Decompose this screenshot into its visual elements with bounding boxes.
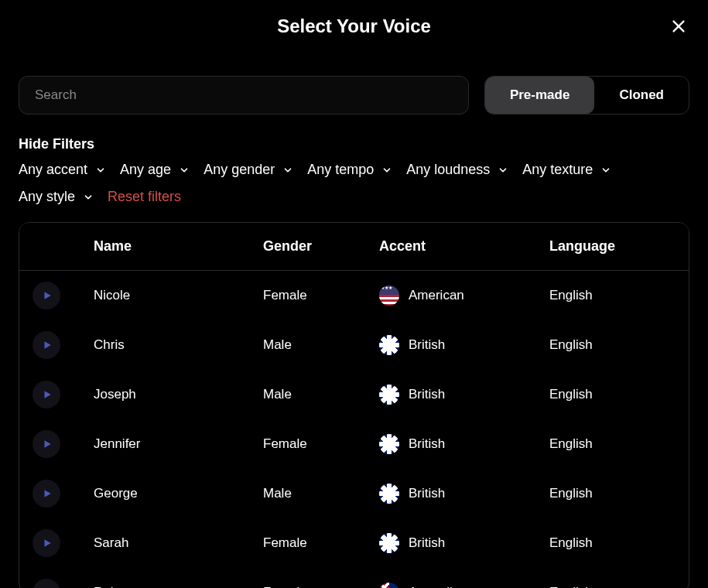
filter-label: Any loudness [406,162,490,178]
filter-dropdown[interactable]: Any gender [204,162,293,178]
voice-accent-cell: Australian [379,583,549,588]
voice-accent-cell: British [379,385,549,405]
voices-table[interactable]: Name Gender Accent Language NicoleFemale… [19,222,689,588]
voice-name: Sarah [74,535,263,551]
tab-cloned[interactable]: Cloned [594,77,689,114]
chevron-down-icon [95,165,106,176]
th-play [19,238,74,255]
voice-language: English [549,288,689,303]
close-button[interactable] [668,15,689,37]
filter-list: Any accentAny ageAny genderAny tempoAny … [19,162,689,205]
voice-accent: British [409,486,445,501]
voice-language: English [549,585,689,588]
chevron-down-icon [600,165,611,176]
modal-header: Select Your Voice [19,15,689,37]
play-icon [42,538,53,549]
play-button[interactable] [32,331,60,359]
play-button[interactable] [32,282,60,309]
flag-icon [379,434,399,454]
th-gender: Gender [263,238,379,255]
flag-icon [379,484,399,504]
table-header: Name Gender Accent Language [19,223,689,271]
tab-premade[interactable]: Pre-made [485,77,594,114]
voice-accent-cell: British [379,335,549,355]
table-row[interactable]: GeorgeMaleBritishEnglish [19,469,689,518]
svg-marker-5 [45,440,51,447]
play-cell [19,579,74,588]
voice-accent: Australian [409,585,467,588]
play-button[interactable] [32,381,60,409]
voice-accent-cell: American [379,285,549,306]
table-row[interactable]: NicoleFemaleAmericanEnglish [19,271,689,320]
play-icon [42,340,53,350]
play-button[interactable] [32,579,60,588]
filter-dropdown[interactable]: Any loudness [406,162,508,178]
flag-icon [379,533,399,553]
voice-name: Chris [74,337,263,353]
hide-filters-toggle[interactable]: Hide Filters [19,136,689,152]
voice-language: English [549,337,689,353]
filter-label: Any age [120,162,171,178]
voice-accent-cell: British [379,533,549,553]
voice-type-tabs: Pre-made Cloned [484,76,689,115]
voice-accent-cell: British [379,484,549,504]
table-body: NicoleFemaleAmericanEnglishChrisMaleBrit… [19,271,689,588]
voice-language: English [549,535,689,551]
filter-dropdown[interactable]: Any age [120,162,190,178]
flag-icon [379,285,399,306]
play-cell [19,480,74,508]
play-cell [19,331,74,359]
play-icon [42,389,53,400]
filter-label: Any texture [522,162,593,178]
play-cell [19,381,74,409]
filter-dropdown[interactable]: Any style [19,189,94,205]
voice-name: Ruby [74,585,263,588]
voice-gender: Female [263,288,379,303]
table-row[interactable]: RubyFemaleAustralianEnglish [19,568,689,588]
play-icon [42,290,53,301]
reset-filters-button[interactable]: Reset filters [108,189,181,205]
voice-selection-modal: Select Your Voice Pre-made Cloned Hide F… [0,0,708,588]
filter-label: Any style [19,189,75,205]
voice-name: Jennifer [74,436,263,452]
voice-accent: British [409,337,445,353]
voice-accent: British [409,387,445,402]
filter-label: Any accent [19,162,87,178]
flag-icon [379,385,399,405]
svg-marker-2 [45,292,51,299]
filter-label: Any tempo [307,162,374,178]
table-row[interactable]: SarahFemaleBritishEnglish [19,518,689,568]
play-button[interactable] [32,430,60,458]
table-row[interactable]: JosephMaleBritishEnglish [19,370,689,419]
play-icon [42,439,53,450]
play-cell [19,430,74,458]
voice-accent: British [409,436,445,452]
th-language: Language [549,238,689,255]
voice-accent: British [409,535,445,551]
chevron-down-icon [381,165,392,176]
search-input[interactable] [19,76,469,115]
table-row[interactable]: JenniferFemaleBritishEnglish [19,419,689,469]
voice-gender: Male [263,486,379,501]
voice-name: George [74,486,263,501]
table-row[interactable]: ChrisMaleBritishEnglish [19,320,689,370]
play-button[interactable] [32,480,60,508]
filters-section: Hide Filters Any accentAny ageAny gender… [19,136,689,205]
voice-language: English [549,436,689,452]
filter-dropdown[interactable]: Any accent [19,162,106,178]
svg-marker-6 [45,490,51,497]
chevron-down-icon [282,165,293,176]
filter-dropdown[interactable]: Any texture [522,162,611,178]
play-cell [19,282,74,309]
filter-label: Any gender [204,162,275,178]
filter-dropdown[interactable]: Any tempo [307,162,392,178]
th-name: Name [74,238,263,255]
chevron-down-icon [179,165,190,176]
play-button[interactable] [32,529,60,557]
voice-name: Nicole [74,288,263,303]
svg-marker-7 [45,539,51,546]
voice-name: Joseph [74,387,263,402]
play-cell [19,529,74,557]
voice-gender: Male [263,337,379,353]
voice-gender: Female [263,436,379,452]
